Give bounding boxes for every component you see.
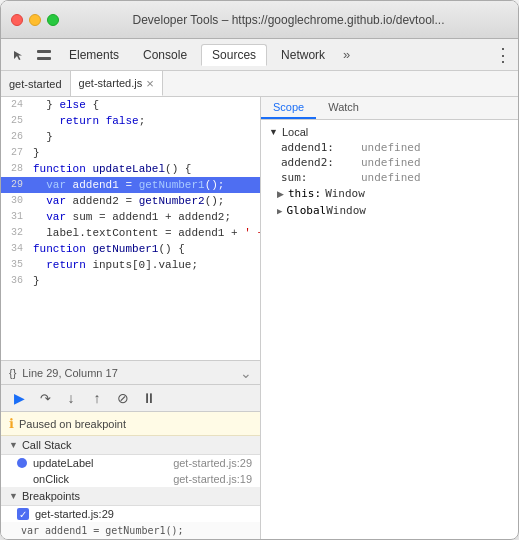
resume-button[interactable]: ▶ (9, 388, 29, 408)
call-stack-name: onClick (33, 473, 69, 485)
scope-val: undefined (361, 171, 421, 184)
notice-icon: ℹ (9, 416, 14, 431)
file-tab-get-started[interactable]: get-started (1, 71, 71, 96)
call-stack-item-onclick[interactable]: onClick get-started.js:19 (1, 471, 260, 487)
call-stack-name: updateLabel (33, 457, 94, 469)
tab-scope[interactable]: Scope (261, 97, 316, 119)
file-tab-label: get-started (9, 78, 62, 90)
drawer-icon[interactable] (33, 44, 55, 66)
code-line-31: 31 var sum = addend1 + addend2; (1, 209, 260, 225)
scope-local-header[interactable]: ▼ Local (261, 124, 518, 140)
code-line-30: 30 var addend2 = getNumber2(); (1, 193, 260, 209)
cursor-icon[interactable] (7, 44, 29, 66)
tab-console[interactable]: Console (133, 45, 197, 65)
tab-network[interactable]: Network (271, 45, 335, 65)
scope-local-label: Local (282, 126, 308, 138)
pause-exceptions-button[interactable]: ⏸ (139, 388, 159, 408)
call-stack-item-updatelabel[interactable]: updateLabel get-started.js:29 (1, 455, 260, 471)
call-stack-header[interactable]: ▼ Call Stack (1, 436, 260, 455)
file-tabs-bar: get-started get-started.js × (1, 71, 518, 97)
tab-sources[interactable]: Sources (201, 44, 267, 66)
deactivate-button[interactable]: ⊘ (113, 388, 133, 408)
scope-this-toggle-icon: ▶ (277, 189, 284, 199)
tab-elements[interactable]: Elements (59, 45, 129, 65)
code-line-26: 26 } (1, 129, 260, 145)
status-bar: {} Line 29, Column 17 ⌄ (1, 360, 260, 384)
scope-this-val: Window (325, 187, 365, 200)
breakpoints-header[interactable]: ▼ Breakpoints (1, 487, 260, 506)
close-button[interactable] (11, 14, 23, 26)
scope-global-label: ▶ Global (277, 204, 326, 217)
scope-global[interactable]: ▶ Global Window (261, 202, 518, 219)
svg-rect-0 (37, 50, 51, 53)
scope-key: sum: (281, 171, 361, 184)
call-stack-loc: get-started.js:19 (173, 473, 252, 485)
scope-this[interactable]: ▶ this: Window (261, 185, 518, 202)
code-line-32: 32 label.textContent = addend1 + ' + ' +… (1, 225, 260, 241)
breakpoints-toggle-icon: ▼ (9, 491, 18, 501)
step-into-button[interactable]: ↓ (61, 388, 81, 408)
code-line-35: 35 return inputs[0].value; (1, 257, 260, 273)
file-tab-label: get-started.js (79, 77, 143, 89)
left-panel: 24 } else { 25 return false; 26 } 27 } 2 (1, 97, 261, 539)
minimize-button[interactable] (29, 14, 41, 26)
svg-rect-1 (37, 57, 51, 60)
step-out-button[interactable]: ↑ (87, 388, 107, 408)
code-line-36: 36 } (1, 273, 260, 289)
breakpoint-notice-text: Paused on breakpoint (19, 418, 126, 430)
code-line-34: 34 function getNumber1() { (1, 241, 260, 257)
code-line-27: 27 } (1, 145, 260, 161)
code-editor[interactable]: 24 } else { 25 return false; 26 } 27 } 2 (1, 97, 260, 360)
traffic-lights (11, 14, 59, 26)
maximize-button[interactable] (47, 14, 59, 26)
file-tab-close-icon[interactable]: × (146, 77, 154, 90)
scope-local-toggle-icon: ▼ (269, 127, 278, 137)
scope-tabs: Scope Watch (261, 97, 518, 120)
devtools-menu-button[interactable]: ⋮ (494, 44, 512, 66)
scroll-icon: ⌄ (240, 365, 252, 381)
code-line-25: 25 return false; (1, 113, 260, 129)
call-stack-label: Call Stack (22, 439, 72, 451)
call-stack-loc: get-started.js:29 (173, 457, 252, 469)
scope-global-val: Window (326, 204, 366, 217)
breakpoint-notice: ℹ Paused on breakpoint (1, 412, 260, 436)
scope-val: undefined (361, 141, 421, 154)
call-stack-toggle-icon: ▼ (9, 440, 18, 450)
scope-content: ▼ Local addend1: undefined addend2: unde… (261, 120, 518, 539)
call-stack-dot-icon (17, 458, 27, 468)
tab-watch[interactable]: Watch (316, 97, 371, 119)
window-title: Developer Tools – https://googlechrome.g… (69, 13, 508, 27)
breakpoints-label: Breakpoints (22, 490, 80, 502)
code-line-28: 28 function updateLabel() { (1, 161, 260, 177)
scope-sum: sum: undefined (261, 170, 518, 185)
file-tab-get-started-js[interactable]: get-started.js × (71, 71, 163, 96)
scope-key: addend1: (281, 141, 361, 154)
code-line-29: 29 var addend1 = getNumber1(); (1, 177, 260, 193)
scope-addend1: addend1: undefined (261, 140, 518, 155)
scope-val: undefined (361, 156, 421, 169)
more-tabs-button[interactable]: » (339, 47, 354, 62)
devtools-window: Developer Tools – https://googlechrome.g… (0, 0, 519, 540)
scope-this-key: this: (288, 187, 321, 200)
main-area: 24 } else { 25 return false; 26 } 27 } 2 (1, 97, 518, 539)
scope-key: addend2: (281, 156, 361, 169)
main-toolbar: Elements Console Sources Network » ⋮ (1, 39, 518, 71)
status-braces-icon: {} (9, 367, 16, 379)
status-bar-text: Line 29, Column 17 (22, 367, 117, 379)
breakpoint-name: get-started.js:29 (35, 508, 114, 520)
breakpoint-code-preview: var addend1 = getNumber1(); (1, 522, 260, 539)
titlebar: Developer Tools – https://googlechrome.g… (1, 1, 518, 39)
code-line-24: 24 } else { (1, 97, 260, 113)
scope-addend2: addend2: undefined (261, 155, 518, 170)
debug-toolbar: ▶ ↷ ↓ ↑ ⊘ ⏸ (1, 384, 260, 412)
scope-global-toggle-icon: ▶ (277, 206, 282, 216)
breakpoint-item[interactable]: ✓ get-started.js:29 (1, 506, 260, 522)
breakpoint-checkbox[interactable]: ✓ (17, 508, 29, 520)
scope-panel: Scope Watch ▼ Local addend1: undefined a… (261, 97, 518, 539)
step-over-button[interactable]: ↷ (35, 388, 55, 408)
